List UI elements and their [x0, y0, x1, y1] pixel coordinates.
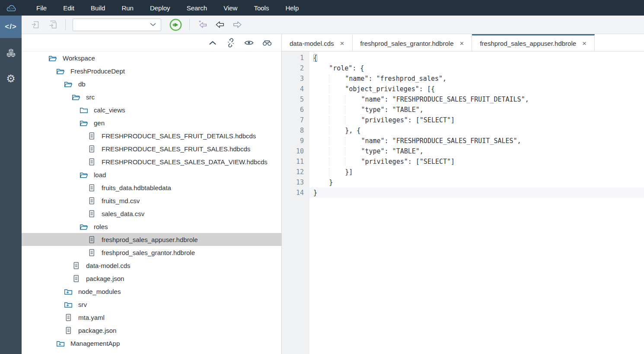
- run-configuration-select[interactable]: [73, 19, 161, 31]
- tree-item-FRESHPRODUCE_SALES_FRUIT_DETAILS.hdbcds[interactable]: FRESHPRODUCE_SALES_FRUIT_DETAILS.hdbcds: [22, 129, 281, 142]
- tree-item-ManagementApp[interactable]: ManagementApp: [22, 337, 281, 350]
- binoculars-icon[interactable]: [262, 38, 272, 48]
- file-doc-icon: [87, 249, 96, 257]
- line-number: 8: [282, 125, 309, 136]
- tree-item-src[interactable]: src: [22, 90, 281, 103]
- file-doc-icon: [64, 326, 73, 335]
- save-button[interactable]: [30, 19, 41, 30]
- tree-item-data-model.cds[interactable]: data-model.cds: [22, 259, 281, 272]
- tree-item-node_modules[interactable]: node_modules: [22, 285, 281, 298]
- run-icon: [169, 18, 182, 32]
- file-explorer-panel: Workspace FreshProduceDept db src calc_v…: [22, 34, 282, 354]
- tree-item-mta.yaml[interactable]: mta.yaml: [22, 311, 281, 324]
- tree-item-roles[interactable]: roles: [22, 220, 281, 233]
- folder-open-icon: [80, 119, 88, 127]
- navigate-forward-button[interactable]: [232, 19, 242, 30]
- tree-item-load[interactable]: load: [22, 168, 281, 181]
- menu-item-label: Help: [285, 4, 299, 12]
- tree-item-label: ManagementApp: [70, 340, 120, 347]
- file-doc-icon: [87, 236, 96, 244]
- tree-item-FRESHPRODUCE_SALES_FRUIT_SALES.hdbcds[interactable]: FRESHPRODUCE_SALES_FRUIT_SALES.hdbcds: [22, 142, 281, 155]
- menu-item-label: Tools: [254, 4, 269, 12]
- menu-item[interactable]: Tools: [245, 0, 277, 16]
- tab-label: data-model.cds: [290, 40, 334, 47]
- tree-item-label: FRESHPRODUCE_SALES_FRUIT_DETAILS.hdbcds: [102, 132, 256, 140]
- editor-panel: data-model.cds × freshprod_sales_grantor…: [282, 34, 644, 354]
- code-line[interactable]: "object_privileges": [{: [309, 84, 644, 94]
- menu-item[interactable]: Deploy: [142, 0, 179, 16]
- tree-item-Workspace[interactable]: Workspace: [22, 51, 281, 64]
- menu-item[interactable]: Help: [277, 0, 307, 16]
- last-edit-location-button[interactable]: [198, 19, 208, 30]
- code-line[interactable]: "name": "FRESHPRODUCE_SALES_FRUIT_SALES"…: [309, 136, 644, 146]
- save-all-button[interactable]: [48, 19, 58, 30]
- menu-item[interactable]: Edit: [55, 0, 83, 16]
- menu-item[interactable]: View: [215, 0, 245, 16]
- activity-bar: </> ⚙: [0, 16, 22, 354]
- folder-plus-icon: [64, 300, 73, 309]
- close-icon[interactable]: ×: [340, 40, 344, 47]
- menu-item[interactable]: Build: [83, 0, 113, 16]
- tree-item-package.json[interactable]: package.json: [22, 324, 281, 337]
- tree-item-freshprod_sales_appuser.hdbrole[interactable]: freshprod_sales_appuser.hdbrole: [22, 233, 281, 246]
- editor-code[interactable]: { "role": { "name": "freshprod_sales", "…: [309, 51, 644, 354]
- navigate-back-button[interactable]: [215, 19, 225, 30]
- cloud-code-icon: [5, 4, 17, 12]
- code-line[interactable]: }, {: [309, 125, 644, 136]
- tree-item-db[interactable]: db: [22, 77, 281, 90]
- code-line[interactable]: }]: [309, 167, 644, 177]
- code-line[interactable]: "type": "TABLE",: [309, 105, 644, 115]
- activity-item-artifacts[interactable]: [0, 41, 22, 64]
- code-line[interactable]: "name": "freshprod_sales",: [309, 73, 644, 84]
- app-logo: [0, 0, 22, 16]
- eye-icon[interactable]: [244, 38, 254, 48]
- code-line[interactable]: "privileges": ["SELECT"]: [309, 156, 644, 167]
- menu-item[interactable]: File: [28, 0, 55, 16]
- tree-item-label: freshprod_sales_appuser.hdbrole: [102, 236, 198, 243]
- tab-freshprod_sales_grantor.hdbrole[interactable]: freshprod_sales_grantor.hdbrole ×: [353, 34, 472, 51]
- activity-item-development[interactable]: </>: [0, 16, 22, 38]
- activity-item-settings[interactable]: ⚙: [0, 67, 22, 90]
- tree-item-FRESHPRODUCE_SALES_SALES_DATA_VIEW.hdbcds[interactable]: FRESHPRODUCE_SALES_SALES_DATA_VIEW.hdbcd…: [22, 155, 281, 168]
- tab-data-model.cds[interactable]: data-model.cds ×: [282, 34, 353, 51]
- tree-item-sales_data.csv[interactable]: sales_data.csv: [22, 207, 281, 220]
- tree-item-label: fruits_md.csv: [102, 197, 140, 204]
- file-doc-icon: [64, 313, 73, 322]
- tree-item-label: FRESHPRODUCE_SALES_FRUIT_SALES.hdbcds: [102, 145, 250, 153]
- tree-item-package.json[interactable]: package.json: [22, 272, 281, 285]
- code-line[interactable]: }: [309, 188, 644, 198]
- folder-open-icon: [48, 54, 57, 62]
- tree-item-fruits_data.hdbtabledata[interactable]: fruits_data.hdbtabledata: [22, 181, 281, 194]
- gear-icon: ⚙: [6, 73, 16, 84]
- tree-item-calc_views[interactable]: calc_views: [22, 103, 281, 116]
- tree-item-srv[interactable]: srv: [22, 298, 281, 311]
- tree-item-label: calc_views: [94, 106, 125, 114]
- menu-item[interactable]: Search: [179, 0, 216, 16]
- code-icon: </>: [5, 22, 17, 31]
- code-line[interactable]: "name": "FRESHPRODUCE_SALES_FRUIT_DETAIL…: [309, 94, 644, 105]
- run-button[interactable]: [169, 18, 182, 32]
- tree-item-freshprod_sales_grantor.hdbrole[interactable]: freshprod_sales_grantor.hdbrole: [22, 246, 281, 259]
- unlink-icon[interactable]: [226, 38, 236, 48]
- tree-item-fruits_md.csv[interactable]: fruits_md.csv: [22, 194, 281, 207]
- file-doc-icon: [72, 274, 80, 283]
- tab-freshprod_sales_appuser.hdbrole[interactable]: freshprod_sales_appuser.hdbrole ×: [472, 34, 595, 51]
- last-edit-location-arrow-icon: [198, 20, 208, 29]
- tree-item-label: package.json: [78, 327, 116, 334]
- code-line[interactable]: "type": "TABLE",: [309, 146, 644, 156]
- close-icon[interactable]: ×: [459, 40, 464, 47]
- tree-item-gen[interactable]: gen: [22, 116, 281, 129]
- code-line[interactable]: {: [309, 53, 644, 63]
- toolbar: [22, 16, 644, 34]
- tree-item-FreshProduceDept[interactable]: FreshProduceDept: [22, 64, 281, 77]
- code-line[interactable]: "privileges": ["SELECT"]: [309, 115, 644, 125]
- code-line[interactable]: }: [309, 177, 644, 188]
- code-line[interactable]: "role": {: [309, 63, 644, 73]
- line-number: 10: [282, 146, 309, 156]
- file-doc-icon: [87, 197, 96, 205]
- close-icon[interactable]: ×: [582, 40, 587, 47]
- menu-item[interactable]: Run: [113, 0, 142, 16]
- collapse-all-icon[interactable]: [208, 38, 217, 48]
- tree-item-label: fruits_data.hdbtabledata: [102, 184, 171, 191]
- code-editor[interactable]: 1234567891011121314 { "role": { "name": …: [282, 51, 644, 354]
